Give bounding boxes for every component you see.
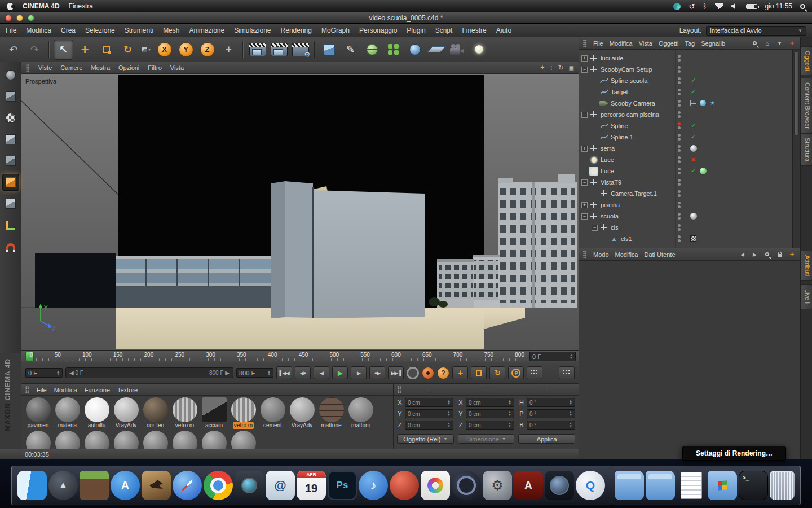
photo-booth-icon[interactable] — [235, 471, 264, 500]
view-zoom-icon[interactable]: ↕ — [549, 64, 553, 72]
tree-row-scuola[interactable]: −scuola — [579, 211, 792, 222]
view-pan-icon[interactable]: + — [540, 64, 544, 72]
expand-toggle[interactable]: + — [581, 202, 588, 208]
finder-icon[interactable] — [17, 471, 47, 500]
range-right-arrow-icon[interactable]: ▶ — [224, 370, 230, 376]
close-button[interactable] — [5, 15, 12, 21]
panel-plus-icon[interactable]: + — [788, 39, 796, 47]
points-mode-button[interactable] — [2, 152, 19, 169]
add-spline-button[interactable]: ✎ — [341, 40, 360, 60]
tree-row-cls1[interactable]: ▲cls1 — [579, 233, 792, 244]
tree-row-camera-target-1[interactable]: Camera.Target.1 — [579, 188, 792, 199]
minecraft-icon[interactable] — [80, 471, 109, 500]
folder-icon[interactable] — [615, 471, 644, 500]
om-menu-oggetti[interactable]: Oggetti — [659, 40, 678, 47]
material-item[interactable]: cor-ten — [142, 397, 169, 430]
home-icon[interactable]: ⌂ — [763, 39, 771, 47]
material-sphere[interactable] — [114, 397, 139, 422]
snap-button[interactable] — [2, 238, 19, 255]
menu-mograph[interactable]: MoGraph — [321, 27, 350, 34]
visibility-dots[interactable] — [678, 122, 681, 129]
menu-modifica[interactable]: Modifica — [26, 27, 51, 34]
mat-menu-file[interactable]: File — [37, 387, 47, 393]
enabled-check-tag[interactable]: ✓ — [689, 76, 698, 85]
panel-grip[interactable] — [25, 386, 29, 393]
menu-strumenti[interactable]: Strumenti — [125, 27, 153, 34]
texture-tag[interactable] — [689, 144, 698, 152]
material-cube[interactable] — [202, 397, 227, 422]
menu-file[interactable]: File — [6, 27, 16, 34]
tree-row-percorso-cam-piscina[interactable]: −percorso cam piscina — [579, 109, 792, 120]
end-frame-field[interactable]: 800 F▲▼ — [236, 368, 273, 378]
material-sphere[interactable] — [143, 397, 168, 422]
tree-row-cls[interactable]: −cls — [579, 222, 792, 233]
menu-aiuto[interactable]: Aiuto — [496, 27, 511, 34]
add-primitive-button[interactable] — [319, 40, 339, 60]
current-frame-field[interactable]: 0 F▲▼ — [25, 368, 63, 378]
menu-selezione[interactable]: Selezione — [85, 27, 115, 34]
material-sphere[interactable] — [231, 397, 256, 422]
visibility-dots[interactable] — [678, 235, 681, 242]
material-sphere[interactable] — [55, 397, 80, 422]
trash-icon[interactable] — [770, 471, 795, 500]
texture-tag[interactable] — [689, 212, 698, 220]
tree-row-piscina[interactable]: +piscina — [579, 199, 792, 211]
vp-menu-vista[interactable]: Vista — [170, 64, 184, 71]
z-axis-lock-button[interactable]: Z — [197, 40, 217, 60]
render-view-button[interactable] — [248, 40, 267, 60]
subdivision-surface-button[interactable] — [362, 40, 382, 60]
apple-menu-icon[interactable] — [7, 3, 14, 10]
menubar-clock[interactable]: gio 11:55 — [765, 2, 793, 10]
visibility-dots[interactable] — [678, 168, 681, 174]
material-item[interactable] — [24, 430, 52, 449]
play-button[interactable]: ▶ — [332, 366, 348, 379]
material-item[interactable]: acciaio — [200, 397, 228, 430]
rot-b-field[interactable]: 0 °▲▼ — [527, 421, 575, 430]
next-frame-button[interactable]: ▶ — [351, 366, 367, 379]
zoom-button[interactable] — [28, 15, 34, 21]
material-item[interactable]: vetro m — [171, 397, 198, 430]
material-sphere[interactable] — [319, 397, 344, 422]
record-keyframe-button[interactable] — [422, 367, 434, 379]
bird-photo-icon[interactable] — [142, 471, 171, 500]
tab-content-browser[interactable]: Content Browser — [801, 78, 812, 133]
vp-menu-filtro[interactable]: Filtro — [148, 64, 161, 71]
collapse-toggle[interactable]: − — [581, 67, 588, 73]
windows-folder-icon[interactable] — [708, 471, 737, 500]
autocad-icon[interactable]: A — [514, 471, 543, 500]
material-item[interactable]: autoillu — [83, 397, 111, 430]
tree-row-luce-2-selected[interactable]: Luce✓ — [579, 165, 792, 177]
visibility-dots[interactable] — [678, 190, 681, 197]
view-rotate-icon[interactable]: ↻ — [558, 64, 563, 72]
selection-tool-button[interactable]: ↖ — [54, 40, 73, 60]
vp-menu-viste[interactable]: Viste — [38, 64, 52, 71]
material-sphere[interactable] — [261, 397, 285, 422]
material-item[interactable] — [54, 430, 81, 449]
enabled-check-tag[interactable]: ✓ — [689, 121, 698, 130]
x-axis-lock-button[interactable]: X — [155, 40, 174, 60]
visibility-dots[interactable] — [678, 156, 681, 163]
texture-mode-button[interactable] — [2, 110, 19, 126]
visibility-dots[interactable] — [678, 111, 681, 118]
view-toggle-icon[interactable]: ▣ — [569, 65, 574, 71]
menu-mesh[interactable]: Mesh — [163, 27, 179, 34]
render-settings-button[interactable] — [290, 40, 310, 60]
redo-button[interactable]: ↷ — [25, 40, 45, 60]
om-menu-file[interactable]: File — [593, 40, 603, 47]
visibility-dots[interactable] — [678, 100, 681, 107]
vp-menu-mostra[interactable]: Mostra — [91, 64, 110, 71]
autokey-position-button[interactable]: + — [452, 366, 468, 379]
tab-oggetti[interactable]: Oggetti — [801, 46, 812, 75]
goto-end-button[interactable]: ▶▶▐ — [388, 366, 404, 379]
material-item[interactable]: VrayAdv — [112, 397, 140, 430]
tree-row-spline-1[interactable]: Spline.1✓ — [579, 132, 792, 143]
pos-z-field[interactable]: 0 cm▲▼ — [405, 421, 453, 430]
material-item[interactable] — [171, 430, 198, 449]
material-item[interactable] — [83, 430, 111, 449]
vp-menu-camere[interactable]: Camere — [60, 64, 82, 71]
size-y-field[interactable]: 0 cm▲▼ — [466, 409, 514, 418]
range-left-arrow-icon[interactable]: ◀ — [69, 370, 75, 376]
visibility-dots[interactable] — [678, 145, 681, 152]
material-sphere[interactable] — [173, 397, 197, 422]
panel-grip[interactable] — [26, 64, 30, 72]
